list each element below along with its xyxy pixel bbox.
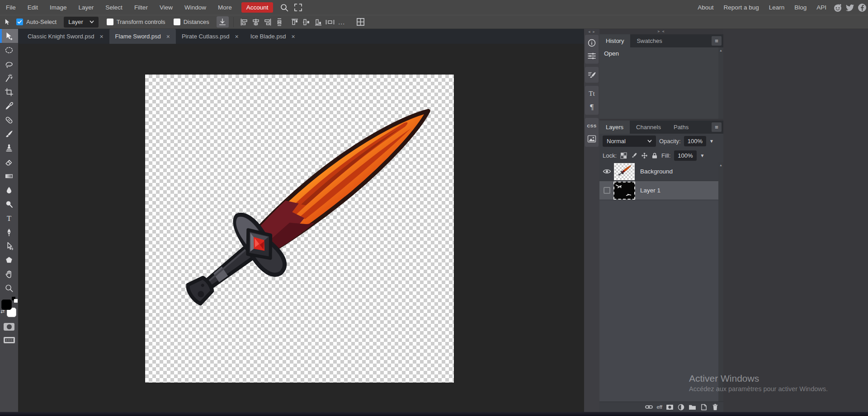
account-button[interactable]: Account [241,2,274,13]
strip-collapse-icon[interactable]: < > [589,29,595,35]
tool-gradient[interactable] [0,169,18,183]
tool-hand[interactable] [0,267,18,281]
fill-slider-icon[interactable]: ▼ [700,153,705,158]
menu-edit[interactable]: Edit [22,0,44,15]
folder-icon[interactable] [688,403,697,411]
tool-eyedropper[interactable] [0,99,18,113]
menu-image[interactable]: Image [44,0,73,15]
hidden-layer-checkbox[interactable] [604,187,610,194]
layer-name[interactable]: Background [640,168,673,175]
canvas[interactable] [145,75,454,383]
tool-type[interactable]: T [0,211,18,225]
tab-swatches[interactable]: Swatches [630,34,668,47]
tool-path-select[interactable] [0,239,18,253]
menu-filter[interactable]: Filter [128,0,154,15]
transform-controls-checkbox[interactable] [107,19,113,25]
distribute-vertical-icon[interactable] [274,16,285,28]
tab-ice-blade[interactable]: Ice Blade.psd × [245,29,301,44]
visibility-toggle[interactable] [599,187,614,194]
tool-eraser[interactable] [0,155,18,169]
tab-history[interactable]: History [599,34,630,47]
workspace[interactable] [18,44,584,412]
align-left-icon[interactable] [238,16,250,28]
visibility-toggle[interactable] [599,168,614,174]
layers-scrollbar[interactable]: ▲ [718,162,723,402]
facebook-icon[interactable] [856,0,868,15]
tool-spot-heal[interactable] [0,113,18,127]
link-blog[interactable]: Blog [789,0,811,15]
align-top-icon[interactable] [289,16,301,28]
distances-checkbox[interactable] [174,19,180,25]
effects-button[interactable]: eff [656,404,663,410]
lock-transparency-icon[interactable] [620,152,627,159]
link-learn[interactable]: Learn [764,0,790,15]
twitter-icon[interactable] [844,0,856,15]
lock-position-icon[interactable] [641,152,648,159]
tool-move[interactable] [0,29,18,43]
history-scrollbar[interactable]: ▲ [718,47,723,119]
align-bottom-icon[interactable] [312,16,324,28]
place-image-button[interactable] [217,16,229,28]
tool-brush[interactable] [0,127,18,141]
close-icon[interactable]: × [166,33,170,40]
tab-layers[interactable]: Layers [599,121,630,134]
blend-mode-select[interactable]: Normal [603,136,656,147]
reddit-icon[interactable] [831,0,844,15]
align-middle-icon[interactable] [301,16,312,28]
align-right-icon[interactable] [262,16,274,28]
tool-clone-stamp[interactable] [0,141,18,155]
adjustments-icon[interactable] [585,49,599,62]
tool-dodge[interactable] [0,197,18,211]
menu-layer[interactable]: Layer [73,0,100,15]
image-icon[interactable] [585,132,599,145]
menu-view[interactable]: View [154,0,179,15]
layer-name[interactable]: Layer 1 [640,187,660,194]
new-layer-icon[interactable] [699,403,708,411]
more-align-icon[interactable]: ... [336,16,348,28]
panel-menu-icon[interactable]: ≡ [712,36,722,46]
menu-window[interactable]: Window [179,0,212,15]
fullscreen-icon[interactable] [291,0,305,15]
quick-edit-icon[interactable] [585,68,599,81]
menu-select[interactable]: Select [99,0,128,15]
panel-menu-icon[interactable]: ≡ [712,122,722,132]
character-icon[interactable]: Tt [585,87,599,100]
close-icon[interactable]: × [99,33,103,40]
scroll-up-icon[interactable]: ▲ [719,49,722,52]
close-icon[interactable]: × [235,33,238,40]
scroll-up-icon[interactable]: ▲ [719,164,722,167]
link-report-a-bug[interactable]: Report a bug [719,0,764,15]
layer-row-layer1[interactable]: Layer 1 [599,181,723,200]
menu-file[interactable]: File [0,0,22,15]
opacity-slider-icon[interactable]: ▼ [709,139,714,144]
layer-thumbnail[interactable] [614,182,635,199]
tool-lasso[interactable] [0,57,18,71]
css-icon[interactable]: CSS [585,119,599,132]
tab-pirate-cutlass[interactable]: Pirate Cutlass.psd × [176,29,245,44]
tab-channels[interactable]: Channels [630,121,667,134]
tab-classic-knight-sword[interactable]: Classic Knight Sword.psd × [22,29,109,44]
history-item-open[interactable]: Open [599,47,723,59]
menu-more[interactable]: More [212,0,238,15]
opacity-input[interactable]: 100% [684,136,706,146]
layer-row-background[interactable]: Background [599,162,723,181]
link-api[interactable]: API [811,0,831,15]
search-icon[interactable] [278,0,291,15]
distribute-horizontal-icon[interactable] [324,16,336,28]
tool-blur[interactable] [0,183,18,197]
close-icon[interactable]: × [291,33,295,40]
default-background-swatch[interactable] [14,299,18,303]
target-select[interactable]: Layer [64,17,99,28]
tool-magic-wand[interactable] [0,71,18,85]
auto-select-checkbox[interactable] [16,19,23,25]
lock-pixels-icon[interactable] [631,152,637,159]
align-center-h-icon[interactable] [250,16,262,28]
mask-icon[interactable] [665,403,674,411]
delete-icon[interactable] [711,403,719,411]
tool-pen[interactable] [0,225,18,239]
lock-all-icon[interactable] [651,152,658,159]
tool-shape[interactable] [0,253,18,267]
tool-marquee-select[interactable] [0,43,18,57]
quick-mask-icon[interactable] [0,320,18,333]
arrange-grid-icon[interactable] [355,16,367,28]
